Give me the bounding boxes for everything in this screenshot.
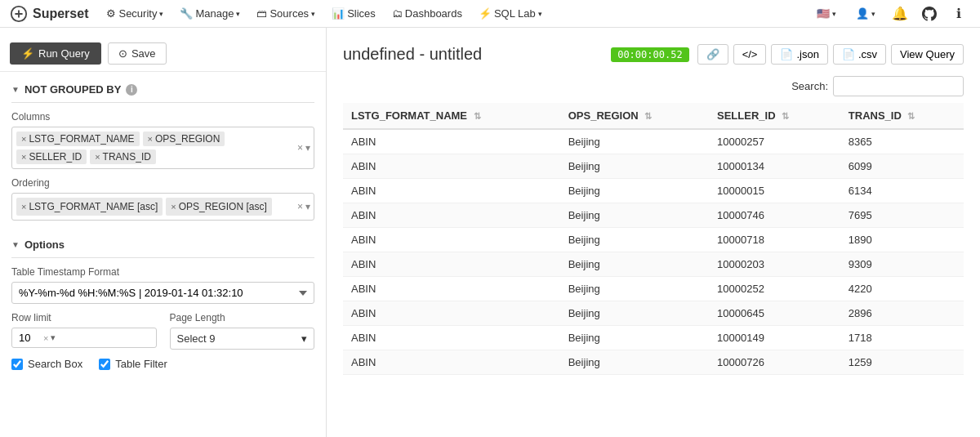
notifications-icon[interactable]: 🔔 xyxy=(889,2,911,25)
col-label: SELLER_ID xyxy=(717,109,776,122)
user-menu[interactable]: 👤 ▾ xyxy=(849,4,882,23)
table-cell: 10000203 xyxy=(709,252,840,277)
chevron-down-icon: ▾ xyxy=(832,10,836,18)
clear-ordering-button[interactable]: × xyxy=(297,201,303,212)
json-icon: 📄 xyxy=(780,48,793,60)
table-cell: 10000252 xyxy=(709,277,840,301)
table-cell: ABIN xyxy=(343,350,560,375)
table-cell: Beijing xyxy=(560,203,709,228)
view-query-label: View Query xyxy=(900,48,955,60)
table-cell: 6099 xyxy=(840,154,964,179)
col-label: LSTG_FORMAT_NAME xyxy=(351,109,467,122)
run-query-button[interactable]: ⚡ Run Query xyxy=(10,42,101,65)
dashboard-icon: 🗂 xyxy=(392,7,403,20)
sort-icon: ⇅ xyxy=(782,111,789,121)
collapse-toggle[interactable]: ▼ xyxy=(11,85,20,94)
table-cell: 9309 xyxy=(840,252,964,277)
col-ops-region[interactable]: OPS_REGION ⇅ xyxy=(560,103,709,129)
tag-trans-id[interactable]: × TRANS_ID xyxy=(90,149,156,164)
dropdown-columns-button[interactable]: ▾ xyxy=(305,142,310,154)
nav-sources[interactable]: 🗃 Sources ▾ xyxy=(250,4,322,23)
nav-security[interactable]: ⚙ Security ▾ xyxy=(100,4,170,23)
nav-dashboards[interactable]: 🗂 Dashboards xyxy=(385,4,469,23)
chevron-down-row-limit-icon[interactable]: ▾ xyxy=(51,332,56,343)
table-row: ABINBeijing100001346099 xyxy=(343,154,964,179)
table-cell: Beijing xyxy=(560,350,709,375)
remove-tag-icon[interactable]: × xyxy=(21,152,26,162)
csv-button[interactable]: 📄 .csv xyxy=(833,44,886,65)
tag-lstg-format-name[interactable]: × LSTG_FORMAT_NAME xyxy=(16,132,140,146)
page-length-placeholder: Select 9 xyxy=(177,332,216,345)
table-cell: 10000149 xyxy=(709,326,840,350)
tag-lstg-asc[interactable]: × LSTG_FORMAT_NAME [asc] xyxy=(16,198,163,216)
clear-columns-button[interactable]: × xyxy=(297,142,303,154)
tag-ops-region-asc[interactable]: × OPS_REGION [asc] xyxy=(166,198,271,216)
chart-icon: 📊 xyxy=(332,7,345,20)
info-nav-icon[interactable]: ℹ xyxy=(947,2,970,25)
table-filter-label: Table Filter xyxy=(115,358,167,370)
columns-actions: × ▾ xyxy=(297,142,310,154)
link-button[interactable]: 🔗 xyxy=(697,44,728,65)
row-page-row: Row limit × ▾ Page Length Select 9 ▾ xyxy=(11,312,314,350)
table-search-input[interactable] xyxy=(833,76,964,96)
col-trans-id[interactable]: TRANS_ID ⇅ xyxy=(840,103,964,129)
table-cell: 1259 xyxy=(840,350,964,375)
table-cell: 4220 xyxy=(840,277,964,301)
table-cell: ABIN xyxy=(343,203,560,228)
timestamp-format-select[interactable]: %Y-%m-%d %H:%M:%S | 2019-01-14 01:32:10 xyxy=(11,282,314,304)
row-limit-wrapper: × ▾ xyxy=(11,328,157,348)
search-box-checkbox[interactable] xyxy=(11,359,23,370)
page-length-select[interactable]: Select 9 ▾ xyxy=(170,328,315,350)
tag-label: LSTG_FORMAT_NAME [asc] xyxy=(29,201,158,212)
flash-icon: ⚡ xyxy=(21,47,34,60)
ordering-tag-container[interactable]: × LSTG_FORMAT_NAME [asc] × OPS_REGION [a… xyxy=(11,193,314,221)
table-cell: 10000726 xyxy=(709,350,840,375)
remove-tag-icon[interactable]: × xyxy=(95,152,100,162)
options-collapse-toggle[interactable]: ▼ xyxy=(11,240,20,249)
security-icon: ⚙ xyxy=(106,7,116,20)
app-logo[interactable]: Superset xyxy=(10,5,88,23)
table-cell: ABIN xyxy=(343,326,560,350)
tag-label: TRANS_ID xyxy=(103,151,151,163)
col-lstg-format-name[interactable]: LSTG_FORMAT_NAME ⇅ xyxy=(343,103,560,129)
table-filter-row[interactable]: Table Filter xyxy=(99,358,167,370)
remove-tag-icon[interactable]: × xyxy=(148,134,153,144)
result-title: undefined - untitled xyxy=(343,45,611,64)
table-cell: 10000645 xyxy=(709,301,840,326)
view-query-button[interactable]: View Query xyxy=(891,44,964,65)
row-limit-input[interactable] xyxy=(19,332,43,344)
language-selector[interactable]: 🇺🇸 ▾ xyxy=(810,4,843,23)
clear-row-limit-icon[interactable]: × xyxy=(43,333,48,343)
remove-tag-icon[interactable]: × xyxy=(21,202,26,212)
search-box-row[interactable]: Search Box xyxy=(11,358,82,370)
columns-tag-container[interactable]: × LSTG_FORMAT_NAME × OPS_REGION × SELLER… xyxy=(11,127,314,169)
columns-field: Columns × LSTG_FORMAT_NAME × OPS_REGION … xyxy=(11,111,314,169)
tag-seller-id[interactable]: × SELLER_ID xyxy=(16,149,87,164)
table-cell: 10000718 xyxy=(709,228,840,252)
embed-button[interactable]: </> xyxy=(733,44,767,65)
table-filter-checkbox[interactable] xyxy=(99,359,110,370)
link-icon: 🔗 xyxy=(706,48,719,60)
nav-slices[interactable]: 📊 Slices xyxy=(325,4,382,23)
table-cell: 2896 xyxy=(840,301,964,326)
remove-tag-icon[interactable]: × xyxy=(21,134,26,144)
result-header: undefined - untitled 00:00:00.52 🔗 </> 📄… xyxy=(343,44,964,65)
col-seller-id[interactable]: SELLER_ID ⇅ xyxy=(709,103,840,129)
result-actions: 🔗 </> 📄 .json 📄 .csv View Query xyxy=(697,44,964,65)
nav-sqllab[interactable]: ⚡ SQL Lab ▾ xyxy=(472,4,549,23)
nav-manage[interactable]: 🔧 Manage ▾ xyxy=(173,4,247,23)
tag-ops-region[interactable]: × OPS_REGION xyxy=(143,132,225,146)
json-button[interactable]: 📄 .json xyxy=(771,44,827,65)
remove-tag-icon[interactable]: × xyxy=(171,202,176,212)
tag-label: OPS_REGION xyxy=(155,133,220,145)
table-cell: Beijing xyxy=(560,277,709,301)
row-limit-col: Row limit × ▾ xyxy=(11,312,157,350)
save-button[interactable]: ⊙ Save xyxy=(108,42,167,65)
info-icon[interactable]: i xyxy=(126,84,137,96)
csv-icon: 📄 xyxy=(842,48,855,60)
nav-manage-label: Manage xyxy=(195,7,234,20)
github-icon[interactable] xyxy=(918,2,941,25)
sort-icon: ⇅ xyxy=(474,111,481,121)
navbar: Superset ⚙ Security ▾ 🔧 Manage ▾ 🗃 Sourc… xyxy=(0,0,980,28)
dropdown-ordering-button[interactable]: ▾ xyxy=(305,201,310,212)
